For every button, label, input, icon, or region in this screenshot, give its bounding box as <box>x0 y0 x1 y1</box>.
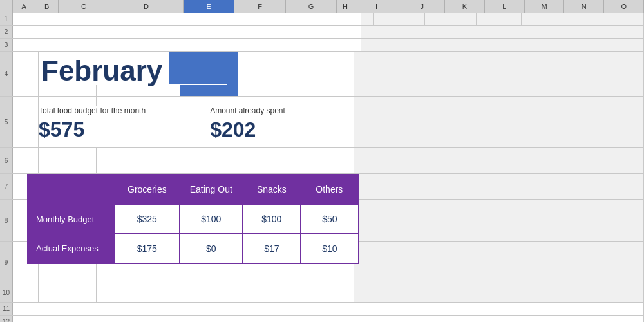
col-header-h[interactable]: H <box>337 0 354 13</box>
cell-e5[interactable] <box>180 97 238 147</box>
row-num-12: 12 <box>0 316 13 322</box>
grid-rows: 1 2 3 <box>0 13 644 322</box>
cell-rest-12[interactable] <box>13 316 644 322</box>
budget-table-container: Groceries Eating Out Snacks Others Month… <box>27 174 359 264</box>
cell-c5[interactable] <box>39 97 97 147</box>
cell-rest-5[interactable] <box>354 97 644 147</box>
row-5: 5 <box>0 97 644 148</box>
cell-d1[interactable] <box>97 13 180 25</box>
cell-e2[interactable] <box>180 26 238 38</box>
cell-snacks-budget[interactable]: $100 <box>243 204 301 234</box>
cell-others-budget[interactable]: $50 <box>301 204 359 234</box>
col-header-b[interactable]: B <box>35 0 58 13</box>
cell-h1[interactable] <box>354 13 374 25</box>
cell-groceries-budget[interactable]: $325 <box>115 204 180 234</box>
table-row-monthly-budget: Monthly Budget $325 $100 $100 $50 <box>28 204 359 234</box>
cell-c6[interactable] <box>39 148 97 173</box>
col-header-c[interactable]: C <box>59 0 109 13</box>
cell-i1[interactable] <box>374 13 425 25</box>
cell-k1[interactable] <box>477 13 522 25</box>
row-num-6: 6 <box>0 148 13 173</box>
cell-g5[interactable] <box>296 97 354 147</box>
col-header-k[interactable]: K <box>445 0 485 13</box>
cell-b10[interactable] <box>13 283 39 302</box>
row-label-actual-expenses[interactable]: Actual Expenses <box>28 234 115 263</box>
row-3: 3 <box>0 39 644 52</box>
col-header-o[interactable]: O <box>604 0 644 13</box>
cell-f6[interactable] <box>238 148 296 173</box>
cell-rest-7[interactable] <box>354 174 644 199</box>
table-header-row: Groceries Eating Out Snacks Others <box>28 175 359 204</box>
cell-d3[interactable] <box>97 39 180 51</box>
cell-b3[interactable] <box>13 39 39 51</box>
cell-rest-4[interactable] <box>354 52 644 96</box>
cell-b2[interactable] <box>13 26 39 38</box>
col-header-g[interactable]: G <box>286 0 337 13</box>
col-header-f[interactable]: F <box>234 0 285 13</box>
cell-snacks-actual[interactable]: $17 <box>243 234 301 263</box>
cell-e6[interactable] <box>180 148 238 173</box>
cell-g4[interactable] <box>296 52 354 96</box>
cell-g6[interactable] <box>296 148 354 173</box>
col-headers: A B C D E F G H I J K L M N O <box>0 0 644 13</box>
row-label-monthly-budget[interactable]: Monthly Budget <box>28 204 115 234</box>
cell-c3[interactable] <box>39 39 97 51</box>
cell-rest-10[interactable] <box>354 283 644 302</box>
cell-c1[interactable] <box>39 13 97 25</box>
cell-rest-9[interactable] <box>354 242 644 283</box>
cell-eating-out-budget[interactable]: $100 <box>180 204 243 234</box>
col-header-snacks: Snacks <box>243 175 301 204</box>
cell-rest-2[interactable] <box>354 26 644 38</box>
cell-b5[interactable] <box>13 97 39 147</box>
cell-g2[interactable] <box>296 26 354 38</box>
cell-d6[interactable] <box>97 148 180 173</box>
cell-others-actual[interactable]: $10 <box>301 234 359 263</box>
cell-rest-8[interactable] <box>354 200 644 241</box>
cell-e10[interactable] <box>180 283 238 302</box>
cell-b1[interactable] <box>13 13 39 25</box>
row-num-2: 2 <box>0 26 13 38</box>
cell-d2[interactable] <box>97 26 180 38</box>
cell-f4[interactable] <box>238 52 296 96</box>
cell-c10[interactable] <box>39 283 97 302</box>
cell-rest-1[interactable] <box>522 13 644 25</box>
cell-g3[interactable] <box>296 39 354 51</box>
col-header-i[interactable]: I <box>354 0 400 13</box>
cell-j1[interactable] <box>425 13 477 25</box>
col-header-empty <box>28 175 115 204</box>
col-header-d[interactable]: D <box>109 0 184 13</box>
cell-c2[interactable] <box>39 26 97 38</box>
cell-e1[interactable] <box>180 13 238 25</box>
cell-f5[interactable] <box>238 97 296 147</box>
col-header-n[interactable]: N <box>564 0 604 13</box>
cell-d10[interactable] <box>97 283 180 302</box>
row-num-9: 9 <box>0 242 13 283</box>
cell-rest-6[interactable] <box>354 148 644 173</box>
col-header-e[interactable]: E <box>184 0 234 13</box>
cell-c4[interactable] <box>39 52 97 96</box>
row-11: 11 <box>0 303 644 316</box>
cell-d5[interactable] <box>97 97 180 147</box>
row-1: 1 <box>0 13 644 26</box>
cell-e3[interactable] <box>180 39 238 51</box>
cell-f10[interactable] <box>238 283 296 302</box>
cell-g10[interactable] <box>296 283 354 302</box>
cell-b6[interactable] <box>13 148 39 173</box>
cell-f1[interactable] <box>238 13 296 25</box>
col-header-l[interactable]: L <box>485 0 525 13</box>
cell-g1[interactable] <box>296 13 354 25</box>
col-header-a[interactable]: A <box>13 0 35 13</box>
cell-eating-out-actual[interactable]: $0 <box>180 234 243 263</box>
col-header-m[interactable]: M <box>525 0 565 13</box>
cell-rest-3[interactable] <box>354 39 644 51</box>
cell-b4[interactable] <box>13 52 39 96</box>
cell-f2[interactable] <box>238 26 296 38</box>
cell-rest-11[interactable] <box>13 303 644 315</box>
cell-e4-blue[interactable] <box>180 52 238 96</box>
cell-d4[interactable] <box>97 52 180 96</box>
row-12: 12 <box>0 316 644 322</box>
col-header-j[interactable]: J <box>399 0 445 13</box>
cell-f3[interactable] <box>238 39 296 51</box>
cell-groceries-actual[interactable]: $175 <box>115 234 180 263</box>
col-header-eating-out: Eating Out <box>180 175 243 204</box>
